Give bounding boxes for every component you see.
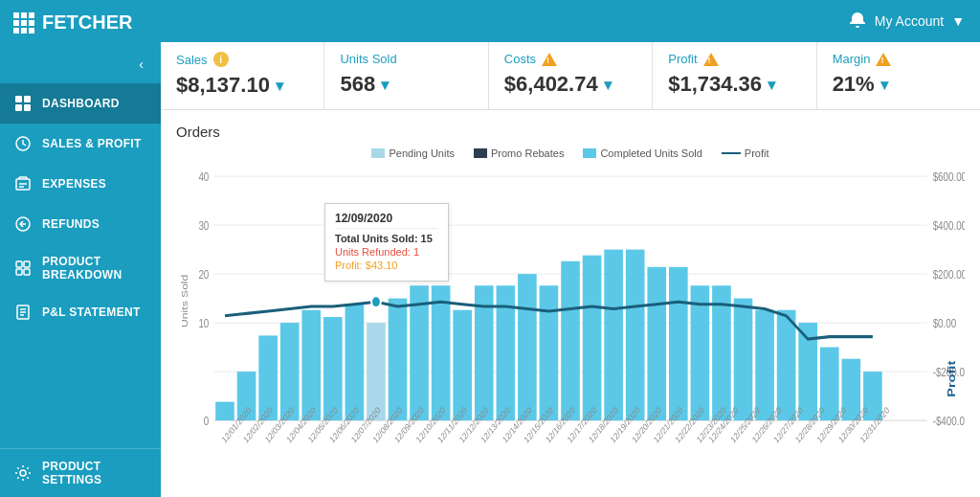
kpi-margin-dropdown[interactable]: ▾ <box>880 76 888 94</box>
sidebar-item-product-settings[interactable]: Product Settings <box>0 448 161 497</box>
kpi-profit-value: $1,734.36 <box>668 72 762 97</box>
svg-rect-1 <box>24 96 31 102</box>
kpi-card-costs: Costs $6,402.74 ▾ <box>489 42 653 109</box>
my-account-label: My Account <box>875 13 944 29</box>
kpi-profit-label: Profit <box>668 52 697 66</box>
my-account-dropdown-icon: ▼ <box>951 13 965 29</box>
svg-text:$0.00: $0.00 <box>933 317 957 329</box>
kpi-units-value: 568 <box>340 72 375 97</box>
svg-rect-61 <box>777 310 796 420</box>
svg-rect-59 <box>734 299 753 420</box>
kpi-card-margin: Margin 21% ▾ <box>817 42 980 109</box>
svg-text:10: 10 <box>198 317 209 329</box>
svg-rect-50 <box>540 285 559 420</box>
top-header: My Account ▼ <box>161 0 980 42</box>
svg-text:30: 30 <box>198 219 209 232</box>
sidebar-collapse-button[interactable]: ‹ <box>129 49 153 79</box>
chart-title: Orders <box>176 124 965 140</box>
logo-grid-icon <box>13 12 34 34</box>
kpi-units-label: Units Sold <box>340 52 396 66</box>
kpi-costs-value: $6,402.74 <box>504 72 598 97</box>
kpi-cards-row: Sales i $8,137.10 ▾ Units Sold 568 ▾ Cos… <box>161 42 980 110</box>
sidebar-item-dashboard[interactable]: DASHBOARD <box>0 83 161 124</box>
svg-rect-46 <box>453 310 472 420</box>
kpi-card-units-sold: Units Sold 568 ▾ <box>324 42 488 109</box>
sidebar-item-refunds[interactable]: REFUNDS <box>0 204 161 244</box>
svg-rect-3 <box>24 104 31 111</box>
chart-area: Orders Pending Units Promo Rebates Compl… <box>161 110 980 497</box>
svg-rect-49 <box>518 274 537 420</box>
svg-rect-53 <box>604 250 623 420</box>
kpi-margin-value: 21% <box>833 72 875 97</box>
app-name: FETCHER <box>42 11 132 34</box>
sidebar-item-label: P&L STATEMENT <box>42 305 141 319</box>
kpi-costs-label: Costs <box>504 52 536 66</box>
svg-rect-43 <box>389 299 408 420</box>
chart-svg-container: 40 30 20 10 0 $600.00 $400.00 $200.00 $0… <box>176 165 965 497</box>
svg-rect-39 <box>301 310 321 420</box>
legend-completed-units: Completed Units Sold <box>583 147 702 159</box>
app-logo: FETCHER <box>0 0 161 45</box>
sidebar-item-sales-profit[interactable]: SALES & PROFIT <box>0 124 161 164</box>
legend-promo-box <box>474 148 487 158</box>
svg-text:-$400.00: -$400.00 <box>933 415 965 427</box>
sidebar-navigation: DASHBOARD SALES & PROFIT EXPENSES <box>0 83 161 497</box>
svg-rect-11 <box>16 269 22 275</box>
svg-rect-57 <box>691 285 710 420</box>
legend-profit-line: Profit <box>722 147 769 159</box>
sidebar: FETCHER ‹ DASHBOARD SALES <box>0 0 161 497</box>
chart-legend: Pending Units Promo Rebates Completed Un… <box>176 147 965 159</box>
bell-icon <box>848 11 867 33</box>
svg-text:20: 20 <box>198 268 209 281</box>
sidebar-item-label: REFUNDS <box>42 217 100 231</box>
svg-rect-0 <box>15 96 22 102</box>
svg-rect-2 <box>15 104 22 111</box>
svg-rect-45 <box>432 285 451 420</box>
sidebar-item-label: SALES & PROFIT <box>42 137 142 150</box>
kpi-card-sales: Sales i $8,137.10 ▾ <box>161 42 324 109</box>
legend-profit-line-swatch <box>722 152 741 154</box>
svg-rect-35 <box>215 402 234 420</box>
svg-text:Units Sold: Units Sold <box>179 275 189 328</box>
pnl-icon <box>13 303 33 322</box>
legend-promo-rebates: Promo Rebates <box>474 147 564 159</box>
svg-text:$400.00: $400.00 <box>933 219 965 232</box>
sidebar-item-label: DASHBOARD <box>42 97 120 110</box>
kpi-margin-label: Margin <box>833 52 871 66</box>
svg-rect-54 <box>626 250 645 420</box>
svg-rect-51 <box>561 261 580 420</box>
main-content: My Account ▼ Sales i $8,137.10 ▾ Units S… <box>161 0 980 497</box>
sidebar-item-expenses[interactable]: EXPENSES <box>0 164 161 204</box>
product-icon <box>13 259 33 278</box>
settings-icon <box>13 463 33 483</box>
legend-pending-box <box>371 148 385 158</box>
svg-rect-12 <box>24 269 30 275</box>
sidebar-item-product-breakdown[interactable]: PRODUCT BREAKDOWN <box>0 244 161 292</box>
svg-rect-55 <box>647 267 666 420</box>
svg-rect-52 <box>583 256 602 420</box>
expenses-icon <box>13 174 33 193</box>
kpi-card-profit: Profit $1,734.36 ▾ <box>653 42 816 109</box>
svg-rect-60 <box>755 310 774 420</box>
my-account-menu[interactable]: My Account ▼ <box>848 11 965 33</box>
kpi-profit-dropdown[interactable]: ▾ <box>768 76 775 94</box>
svg-point-66 <box>371 296 381 307</box>
svg-marker-67 <box>369 240 383 258</box>
svg-rect-56 <box>669 267 688 420</box>
kpi-units-dropdown[interactable]: ▾ <box>381 76 389 94</box>
svg-rect-10 <box>24 261 30 267</box>
refunds-icon <box>13 215 33 234</box>
legend-pending-units: Pending Units <box>371 147 455 159</box>
sidebar-item-label: PRODUCT BREAKDOWN <box>42 255 147 282</box>
kpi-sales-value: $8,137.10 <box>176 73 270 98</box>
warn-icon <box>876 53 891 66</box>
kpi-costs-dropdown[interactable]: ▾ <box>604 76 612 94</box>
sidebar-item-pnl[interactable]: P&L STATEMENT <box>0 292 161 332</box>
dashboard-icon <box>13 94 33 113</box>
svg-text:Profit: Profit <box>946 360 958 397</box>
svg-text:0: 0 <box>204 415 209 427</box>
sidebar-item-label: EXPENSES <box>42 177 106 191</box>
svg-point-17 <box>20 470 26 476</box>
sidebar-item-label: Product Settings <box>42 460 147 486</box>
kpi-sales-dropdown[interactable]: ▾ <box>276 77 283 95</box>
